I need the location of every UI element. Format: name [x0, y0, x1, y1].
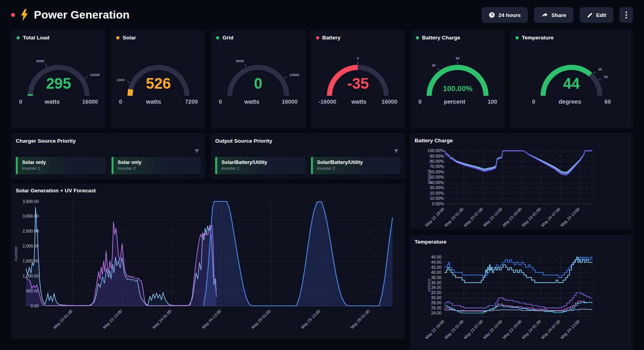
svg-text:24.00: 24.00 [431, 311, 441, 315]
svg-text:40.00%: 40.00% [430, 180, 444, 185]
charger-source-priority-panel: Charger Source Priority Solar only inver… [11, 133, 206, 179]
time-range-button[interactable]: 24 hours [482, 7, 528, 23]
filter-icon[interactable] [392, 147, 400, 156]
priority-card-sublabel: inverter 1 [221, 166, 305, 171]
priority-card[interactable]: Solar/Battery/Utility inverter 2 [311, 157, 401, 174]
gauge-unit: watts [45, 98, 60, 105]
kebab-menu-button[interactable] [620, 7, 633, 23]
gauge-value: 295 [15, 76, 103, 91]
svg-text:May 23 01:00: May 23 01:00 [443, 319, 465, 340]
svg-text:May 23 19:00: May 23 19:00 [501, 319, 523, 340]
battery-charge-chart: 100.00%90.00%80.00%70.00%60.00%50.00%40.… [410, 133, 633, 230]
priority-card-sublabel: inverter 1 [22, 166, 106, 171]
status-dot [116, 36, 119, 39]
lightning-bolt-icon [20, 9, 29, 21]
svg-text:May 23 01:00: May 23 01:00 [52, 309, 74, 330]
svg-text:percent: percent [426, 169, 431, 184]
svg-text:45: 45 [598, 67, 602, 71]
priority-card[interactable]: Solar/Battery/Utility inverter 1 [215, 157, 305, 174]
svg-text:May 24 01:00: May 24 01:00 [521, 319, 542, 340]
svg-text:50: 50 [456, 56, 460, 60]
gauge-unit: degrees [558, 98, 581, 105]
share-button[interactable]: Share [534, 7, 573, 23]
svg-text:May 23 07:00: May 23 07:00 [463, 319, 484, 340]
priority-card-sublabel: inverter 2 [317, 166, 401, 171]
status-dot [316, 36, 319, 39]
svg-text:celcius: celcius [426, 278, 431, 292]
share-label: Share [551, 12, 566, 18]
output-source-priority-panel: Output Source Priority Solar/Battery/Uti… [210, 133, 405, 179]
priority-card-label: Solar only [118, 160, 201, 166]
dashboard-body: Total Load 600013000 295 0watts16000 Sol… [0, 30, 644, 350]
svg-text:80.00%: 80.00% [430, 159, 444, 164]
svg-text:May 24 07:00: May 24 07:00 [540, 207, 561, 228]
header-bar: Power Generation 24 hours Share Edit [0, 0, 644, 30]
gauge-max: 60 [605, 99, 611, 105]
svg-text:26.00: 26.00 [431, 305, 441, 310]
svg-text:40.00: 40.00 [431, 270, 441, 275]
header-actions: 24 hours Share Edit [482, 7, 633, 23]
gauge-unit: watts [351, 98, 366, 105]
svg-text:May 24 13:00: May 24 13:00 [201, 309, 222, 330]
svg-text:100.00%: 100.00% [428, 148, 444, 153]
svg-text:May 22 19:00: May 22 19:00 [424, 319, 445, 340]
priority-card[interactable]: Solar only inverter 1 [16, 157, 106, 174]
gauge-panel-total-load: Total Load 600013000 295 0watts16000 [11, 30, 106, 129]
gauge-value: -35 [314, 76, 402, 91]
gauge-min: 0 [219, 99, 222, 105]
solar-uv-chart: 3,500.003,000.002,500.002,000.001,500.00… [11, 183, 405, 339]
svg-text:May 25 13:00: May 25 13:00 [300, 309, 321, 330]
clock-icon [489, 12, 495, 18]
gauge-title: Grid [222, 35, 233, 41]
solar-uv-chart-panel: Solar Generation + UV Forecast 3,500.003… [11, 183, 405, 339]
gauge-unit: watts [146, 98, 161, 105]
filter-icon[interactable] [193, 147, 201, 156]
gauge-unit: watts [244, 98, 259, 105]
gauge-title: Temperature [522, 35, 554, 41]
svg-text:number: number [13, 246, 18, 261]
svg-text:May 22 19:00: May 22 19:00 [424, 207, 445, 228]
svg-text:May 23 13:00: May 23 13:00 [482, 207, 503, 228]
priority-card[interactable]: Solar only inverter 2 [112, 157, 201, 174]
panel-title: Temperature [415, 239, 447, 245]
svg-text:10.00%: 10.00% [430, 196, 444, 201]
kebab-icon [625, 11, 627, 19]
priority-card-sublabel: inverter 2 [118, 166, 201, 171]
status-dot [17, 36, 20, 39]
gauge-value: 526 [114, 76, 203, 91]
svg-text:30.00%: 30.00% [430, 185, 444, 190]
gauge-max: 16000 [82, 99, 98, 105]
panel-title: Charger Source Priority [16, 138, 76, 144]
page-title: Power Generation [34, 9, 130, 21]
time-range-label: 24 hours [499, 12, 521, 18]
gauge-canvas: 3050 [413, 55, 502, 103]
svg-text:30: 30 [432, 63, 436, 67]
gauge-title: Total Load [23, 35, 49, 41]
gauge-value: 100.00% [413, 85, 502, 92]
svg-text:28.00: 28.00 [431, 300, 441, 305]
priority-card-label: Solar/Battery/Utility [317, 160, 401, 166]
svg-text:May 23 19:00: May 23 19:00 [501, 207, 523, 228]
svg-text:44.00: 44.00 [431, 260, 441, 264]
panel-title: Solar Generation + UV Forecast [16, 188, 96, 194]
svg-text:May 23 01:00: May 23 01:00 [443, 207, 465, 228]
svg-text:May 23 07:00: May 23 07:00 [463, 207, 484, 228]
svg-text:May 23 13:00: May 23 13:00 [102, 309, 123, 330]
svg-text:May 24 01:00: May 24 01:00 [521, 207, 542, 228]
gauge-max: 7200 [185, 99, 198, 105]
gauge-panel-battery: Battery 0 -35 -16000watts16000 [311, 30, 406, 129]
gauge-panel-temperature: Temperature 4550 44 0degrees60 [510, 30, 633, 129]
svg-text:6000: 6000 [36, 59, 44, 63]
alert-status-dot [11, 13, 15, 17]
gauge-min: 0 [19, 99, 22, 105]
edit-pencil-icon [587, 12, 593, 18]
gauge-value: 0 [214, 76, 302, 91]
svg-text:May 26 01:00: May 26 01:00 [350, 309, 371, 330]
gauge-max: 16000 [282, 99, 298, 105]
svg-text:May 24 01:00: May 24 01:00 [151, 309, 173, 330]
svg-text:50.00%: 50.00% [430, 175, 444, 179]
edit-label: Edit [596, 12, 607, 18]
gauge-max: 16000 [382, 99, 397, 105]
edit-button[interactable]: Edit [580, 7, 614, 23]
share-icon [541, 12, 548, 18]
